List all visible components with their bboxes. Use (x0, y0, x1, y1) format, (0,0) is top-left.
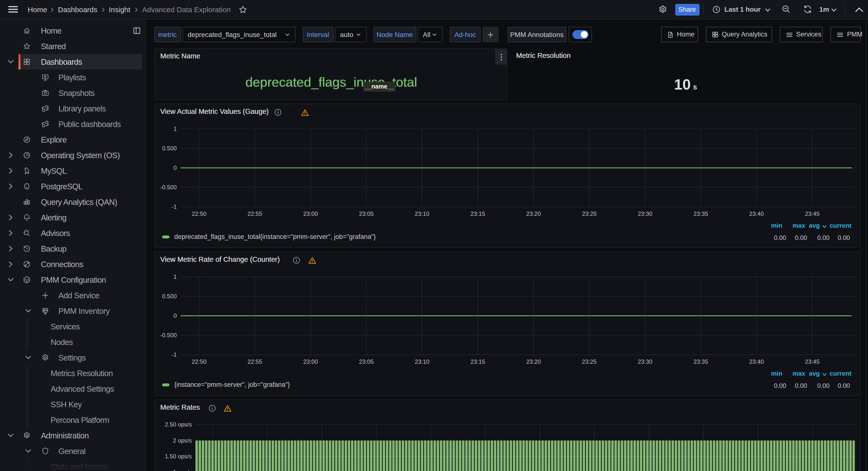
svg-text:-1: -1 (172, 351, 177, 358)
svg-text:23:30: 23:30 (638, 358, 652, 365)
svg-text:23:35: 23:35 (693, 210, 708, 217)
svg-text:23:30: 23:30 (638, 210, 652, 217)
svg-text:23:15: 23:15 (470, 210, 485, 217)
svg-text:23:20: 23:20 (526, 210, 541, 217)
svg-text:-0.500: -0.500 (160, 184, 177, 191)
svg-text:23:25: 23:25 (582, 210, 597, 217)
svg-text:23:05: 23:05 (359, 358, 374, 365)
svg-text:2 ops/s: 2 ops/s (173, 437, 192, 444)
svg-text:23:05: 23:05 (359, 210, 374, 217)
svg-text:-0.500: -0.500 (160, 332, 177, 338)
svg-text:0: 0 (174, 312, 177, 319)
svg-text:0: 0 (174, 164, 177, 171)
svg-text:23:20: 23:20 (526, 358, 541, 365)
svg-text:22:50: 22:50 (192, 358, 207, 365)
svg-text:0.500: 0.500 (162, 293, 177, 300)
svg-text:23:15: 23:15 (470, 358, 485, 365)
svg-text:23:00: 23:00 (303, 210, 318, 217)
svg-text:23:45: 23:45 (805, 210, 819, 217)
svg-text:22:55: 22:55 (248, 358, 262, 365)
svg-text:1: 1 (174, 126, 177, 132)
svg-text:1.50 ops/s: 1.50 ops/s (165, 453, 192, 460)
svg-text:-1: -1 (172, 203, 177, 210)
svg-text:23:45: 23:45 (805, 358, 819, 365)
svg-text:1: 1 (174, 273, 177, 280)
svg-text:23:35: 23:35 (693, 358, 708, 365)
svg-text:23:10: 23:10 (415, 210, 429, 217)
svg-text:23:00: 23:00 (303, 358, 318, 365)
svg-text:23:10: 23:10 (415, 358, 429, 365)
svg-text:23:25: 23:25 (582, 358, 597, 365)
svg-text:23:40: 23:40 (749, 358, 764, 365)
svg-text:2.50 ops/s: 2.50 ops/s (165, 421, 192, 428)
svg-text:22:55: 22:55 (248, 210, 262, 217)
svg-text:23:40: 23:40 (749, 210, 764, 217)
svg-text:0.500: 0.500 (162, 145, 177, 152)
svg-text:22:50: 22:50 (192, 210, 207, 217)
svg-text:1 ops/s: 1 ops/s (173, 469, 192, 471)
